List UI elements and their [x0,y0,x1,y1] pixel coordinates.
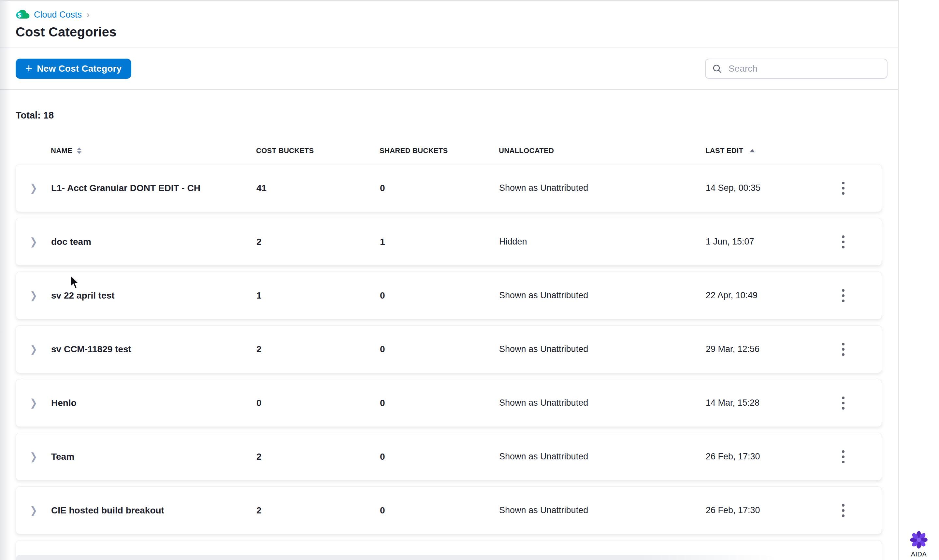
page-header: $ Cloud Costs › Cost Categories [0,1,898,48]
search-box[interactable] [705,58,888,79]
cost-category-list: ❯ L1- Acct Granular DONT EDIT - CH 41 0 … [15,164,882,560]
table-row[interactable]: ❯ sv CCM-11829 test 2 0 Shown as Unattri… [15,325,882,373]
row-unallocated: Shown as Unattributed [499,183,706,193]
column-header-shared-buckets[interactable]: SHARED BUCKETS [379,146,499,155]
row-name: Team [51,452,256,462]
expand-chevron-icon[interactable]: ❯ [30,451,37,463]
row-shared-buckets: 0 [380,398,499,408]
row-unallocated: Hidden [499,237,706,247]
search-icon [712,64,722,74]
row-unallocated: Shown as Unattributed [499,291,706,300]
expand-chevron-icon[interactable]: ❯ [30,236,37,248]
row-last-edit: 14 Sep, 00:35 [706,183,817,193]
main-content-panel: $ Cloud Costs › Cost Categories + New Co… [0,0,899,560]
column-header-name[interactable]: NAME [51,146,256,155]
row-shared-buckets: 1 [380,237,499,247]
breadcrumb-separator-icon: › [86,10,89,20]
row-menu-kebab-icon[interactable] [837,392,849,414]
row-name: sv 22 april test [51,291,256,301]
row-cost-buckets: 0 [256,398,380,408]
row-last-edit: 22 Apr, 10:49 [706,291,817,300]
right-gutter: AIDA [899,0,939,560]
row-shared-buckets: 0 [380,291,499,301]
page-title: Cost Categories [15,25,898,39]
total-count: Total: 18 [15,110,898,121]
row-name: sv CCM-11829 test [51,344,256,355]
cloud-costs-module-icon: $ [15,9,30,20]
row-shared-buckets: 0 [380,344,499,355]
row-shared-buckets: 0 [380,505,499,516]
row-menu-kebab-icon[interactable] [837,231,849,253]
breadcrumb-link-cloud-costs[interactable]: Cloud Costs [34,10,82,20]
row-cost-buckets: 2 [256,452,380,462]
column-header-cost-buckets[interactable]: COST BUCKETS [256,146,379,155]
row-unallocated: Shown as Unattributed [499,398,706,408]
expand-chevron-icon[interactable]: ❯ [30,182,37,194]
row-name: doc team [51,237,256,247]
svg-text:$: $ [18,12,21,18]
table-header-row: NAME COST BUCKETS SHARED BUCKETS UNALLOC… [15,143,882,158]
row-cost-buckets: 2 [256,505,380,516]
row-unallocated: Shown as Unattributed [499,344,706,354]
row-cost-buckets: 2 [256,344,380,355]
column-header-unallocated[interactable]: UNALLOCATED [499,146,705,155]
new-cost-category-label: New Cost Category [37,63,122,74]
aida-label: AIDA [911,551,927,558]
row-last-edit: 26 Feb, 17:30 [706,505,817,515]
aida-assistant-button[interactable]: AIDA [909,530,929,558]
row-unallocated: Shown as Unattributed [499,452,706,462]
row-menu-kebab-icon[interactable] [837,446,849,468]
row-menu-kebab-icon[interactable] [837,177,849,199]
expand-chevron-icon[interactable]: ❯ [30,397,37,409]
table-row[interactable]: ❯ Team 2 0 Shown as Unattributed 26 Feb,… [15,433,882,480]
row-name: L1- Acct Granular DONT EDIT - CH [51,183,256,193]
row-name: Henlo [51,398,256,408]
row-menu-kebab-icon[interactable] [837,285,849,307]
aida-flower-icon [909,530,929,550]
row-last-edit: 29 Mar, 12:56 [706,344,817,354]
expand-chevron-icon[interactable]: ❯ [30,289,37,302]
breadcrumb: $ Cloud Costs › [15,8,898,21]
row-name: CIE hosted build breakout [51,505,256,516]
search-input[interactable] [728,63,880,74]
row-menu-kebab-icon[interactable] [837,500,849,522]
row-unallocated: Shown as Unattributed [499,505,706,515]
toolbar: + New Cost Category [0,48,898,90]
table-row[interactable]: ❯ sv 22 april test 1 0 Shown as Unattrib… [15,272,882,319]
column-header-last-edit[interactable]: LAST EDIT [705,146,816,155]
row-cost-buckets: 2 [256,237,380,247]
table-row[interactable]: ❯ Henlo 0 0 Shown as Unattributed 14 Mar… [15,379,882,427]
row-menu-kebab-icon[interactable] [837,338,849,360]
row-shared-buckets: 0 [380,183,499,193]
row-cost-buckets: 41 [256,183,380,193]
row-cost-buckets: 1 [256,291,380,301]
table-row[interactable]: ❯ CIE hosted build breakout 2 0 Shown as… [15,486,882,534]
table-row[interactable]: ❯ doc team 2 1 Hidden 1 Jun, 15:07 [15,218,882,266]
row-last-edit: 1 Jun, 15:07 [706,237,817,247]
plus-icon: + [25,63,32,74]
table-row-partial[interactable]: ❯ Module Attribution - ENGOPS 5 2 Shown … [15,540,882,560]
expand-chevron-icon[interactable]: ❯ [30,504,37,516]
row-last-edit: 14 Mar, 15:28 [706,398,817,408]
expand-chevron-icon[interactable]: ❯ [30,343,37,355]
sort-both-icon [77,148,82,154]
row-last-edit: 26 Feb, 17:30 [706,452,817,462]
table-row[interactable]: ❯ L1- Acct Granular DONT EDIT - CH 41 0 … [15,164,882,212]
row-shared-buckets: 0 [380,452,499,462]
sort-asc-icon [750,149,755,152]
new-cost-category-button[interactable]: + New Cost Category [15,58,131,79]
